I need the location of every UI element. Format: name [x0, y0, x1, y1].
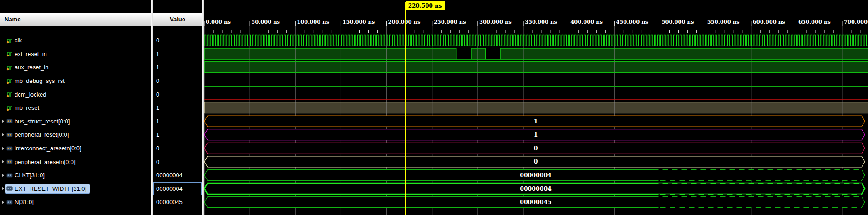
signal-value-peripheral-aresetn[interactable]: 0	[153, 155, 202, 169]
bus-value-text: 0	[534, 145, 538, 152]
time-tick-label: 500.000 ns	[662, 19, 694, 25]
signal-value-clkt[interactable]: 00000004	[153, 169, 202, 182]
signal-value-aux-reset-in[interactable]: 1	[153, 61, 202, 74]
signal-name-label: dcm_locked	[15, 91, 46, 98]
wave-peripheral-aresetn: 0	[204, 156, 865, 167]
signal-row-clk[interactable]: clk	[0, 34, 151, 47]
signal-value-n[interactable]: 00000045	[153, 195, 202, 209]
signal-name-label: peripheral_aresetn[0:0]	[15, 159, 76, 165]
signal-name-label: clk	[15, 37, 22, 44]
signal-value-label: 1	[156, 104, 159, 111]
signal-name-label: mb_reset	[15, 104, 39, 111]
signal-value-ext-reset-width[interactable]: 00000004	[153, 182, 202, 196]
bus-signal-icon	[6, 118, 13, 124]
signal-value-mb-debug-sys-rst[interactable]: 0	[153, 74, 202, 88]
signal-row-mb-debug-sys-rst[interactable]: mb_debug_sys_rst	[0, 74, 151, 88]
signal-row-bus-struct-reset[interactable]: bus_struct_reset[0:0]	[0, 115, 151, 128]
scalar-signal-icon	[6, 51, 13, 57]
signal-value-mb-reset[interactable]: 1	[153, 101, 202, 115]
signal-name-cell: dcm_locked	[5, 90, 49, 99]
time-tick-label: 600.000 ns	[753, 19, 785, 25]
waveform-canvas[interactable]: 11000000000400000004000000450.000 ns50.0…	[204, 0, 868, 215]
signal-value-dcm-locked[interactable]: 0	[153, 87, 202, 101]
scalar-signal-icon	[6, 78, 13, 84]
time-tick-label: 250.000 ns	[434, 19, 466, 25]
signal-name-cell: clk	[5, 36, 25, 45]
time-tick-label: 50.000 ns	[251, 19, 280, 25]
bus-value-text: 00000004	[520, 185, 552, 192]
bus-signal-icon	[6, 145, 13, 152]
scalar-signal-icon	[6, 91, 13, 97]
bus-signal-icon	[6, 185, 13, 192]
signal-value-label: 0	[156, 145, 159, 152]
expand-chevron-icon[interactable]	[0, 160, 5, 164]
signal-value-label: 1	[156, 64, 159, 71]
signal-name-cell: peripheral_aresetn[0:0]	[5, 158, 79, 166]
wave-peripheral-reset: 1	[204, 129, 865, 140]
signal-name-label: bus_struct_reset[0:0]	[15, 118, 70, 125]
expand-chevron-icon[interactable]	[0, 187, 5, 190]
signal-name-label: CLKT[31:0]	[15, 172, 45, 179]
expand-chevron-icon[interactable]	[0, 119, 5, 123]
signal-name-cell: mb_debug_sys_rst	[5, 77, 68, 85]
time-tick-label: 400.000 ns	[570, 19, 603, 25]
signal-row-peripheral-reset[interactable]: peripheral_reset[0:0]	[0, 128, 151, 142]
wave-n: 00000045	[204, 197, 865, 208]
signal-name-cell: ext_reset_in	[5, 50, 50, 58]
time-ruler[interactable]: 0.000 ns50.000 ns100.000 ns150.000 ns200…	[204, 19, 868, 26]
signal-name-label: aux_reset_in	[15, 64, 48, 71]
signal-row-ext-reset-width[interactable]: EXT_RESET_WIDTH[31:0]	[0, 182, 151, 196]
signal-value-label: 0	[156, 91, 159, 98]
wave-bus-struct-reset: 1	[204, 116, 865, 127]
signal-value-label: 00000045	[156, 199, 183, 205]
signal-value-label: 0	[156, 37, 159, 44]
signal-name-cell: interconnect_aresetn[0:0]	[5, 144, 85, 153]
expand-chevron-icon[interactable]	[0, 200, 5, 204]
signal-row-peripheral-aresetn[interactable]: peripheral_aresetn[0:0]	[0, 155, 151, 169]
value-column-header[interactable]: Value	[153, 13, 202, 26]
name-column-header-label: Name	[5, 16, 20, 23]
signal-value-ext-reset-in[interactable]: 1	[153, 47, 202, 61]
signal-name-label: N[31:0]	[15, 199, 34, 205]
signal-name-cell: aux_reset_in	[5, 63, 51, 72]
scalar-signal-icon	[6, 105, 13, 111]
signal-value-label: 1	[156, 51, 159, 57]
bus-signal-icon	[6, 199, 13, 205]
signal-row-aux-reset-in[interactable]: aux_reset_in	[0, 61, 151, 74]
signal-row-clkt[interactable]: CLKT[31:0]	[0, 169, 151, 182]
time-tick-label: 350.000 ns	[525, 19, 557, 25]
signal-row-n[interactable]: N[31:0]	[0, 195, 151, 209]
signal-name-label: EXT_RESET_WIDTH[31:0]	[15, 185, 86, 192]
signal-value-label: 00000004	[156, 172, 183, 179]
expand-chevron-icon[interactable]	[0, 174, 5, 177]
signal-row-ext-reset-in[interactable]: ext_reset_in	[0, 47, 151, 61]
signal-value-panel: Value 0110011100000000040000000400000045	[153, 0, 202, 215]
wave-interconnect-aresetn: 0	[204, 143, 865, 154]
signal-name-panel: Name clk ext_reset_in aux_reset_in mb_de…	[0, 0, 151, 215]
signal-name-cell: N[31:0]	[5, 198, 37, 206]
signal-row-mb-reset[interactable]: mb_reset	[0, 101, 151, 115]
signal-name-label: mb_debug_sys_rst	[15, 77, 65, 84]
bus-signal-icon	[6, 159, 13, 165]
signal-value-bus-struct-reset[interactable]: 1	[153, 115, 202, 128]
scalar-signal-icon	[6, 64, 13, 71]
signal-value-peripheral-reset[interactable]: 1	[153, 128, 202, 142]
signal-row-dcm-locked[interactable]: dcm_locked	[0, 87, 151, 101]
time-tick-label: 200.000 ns	[388, 19, 421, 25]
signal-value-label: 00000004	[156, 185, 183, 192]
name-column-header[interactable]: Name	[0, 13, 151, 26]
signal-name-label: interconnect_aresetn[0:0]	[15, 145, 81, 152]
signal-name-label: ext_reset_in	[15, 51, 47, 57]
signal-value-clk[interactable]: 0	[153, 34, 202, 47]
bus-signal-icon	[6, 132, 13, 138]
signal-name-cell: peripheral_reset[0:0]	[5, 130, 72, 139]
signal-value-label: 1	[156, 118, 159, 125]
expand-chevron-icon[interactable]	[0, 147, 5, 150]
signal-value-interconnect-aresetn[interactable]: 0	[153, 142, 202, 155]
expand-chevron-icon[interactable]	[0, 133, 5, 137]
time-tick-label: 0.000 ns	[206, 19, 231, 25]
signal-row-interconnect-aresetn[interactable]: interconnect_aresetn[0:0]	[0, 142, 151, 155]
time-tick-label: 450.000 ns	[616, 19, 648, 25]
bus-signal-icon	[6, 172, 13, 179]
signal-name-cell: mb_reset	[5, 103, 42, 112]
